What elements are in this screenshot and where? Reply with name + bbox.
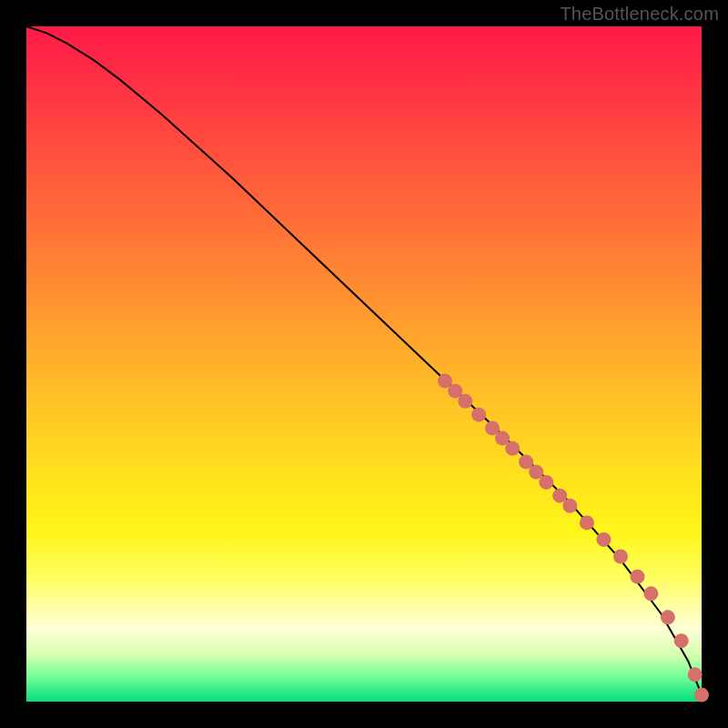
scatter-markers — [438, 374, 709, 703]
plot-area — [26, 26, 702, 702]
scatter-point — [688, 667, 703, 682]
watermark-text: TheBottleneck.com — [560, 4, 719, 25]
chart-stage: TheBottleneck.com — [0, 0, 728, 728]
bottleneck-curve — [26, 26, 702, 695]
scatter-point — [661, 610, 675, 624]
scatter-point — [643, 586, 658, 601]
scatter-point — [674, 633, 689, 648]
scatter-point — [458, 394, 472, 409]
scatter-point — [562, 499, 577, 513]
scatter-point — [539, 475, 553, 490]
scatter-point — [694, 688, 709, 703]
scatter-point — [596, 532, 611, 547]
scatter-point — [631, 570, 645, 584]
scatter-point — [580, 515, 594, 530]
scatter-point — [505, 441, 520, 456]
curve-svg — [26, 26, 702, 702]
scatter-point — [613, 550, 628, 564]
scatter-point — [471, 408, 486, 422]
